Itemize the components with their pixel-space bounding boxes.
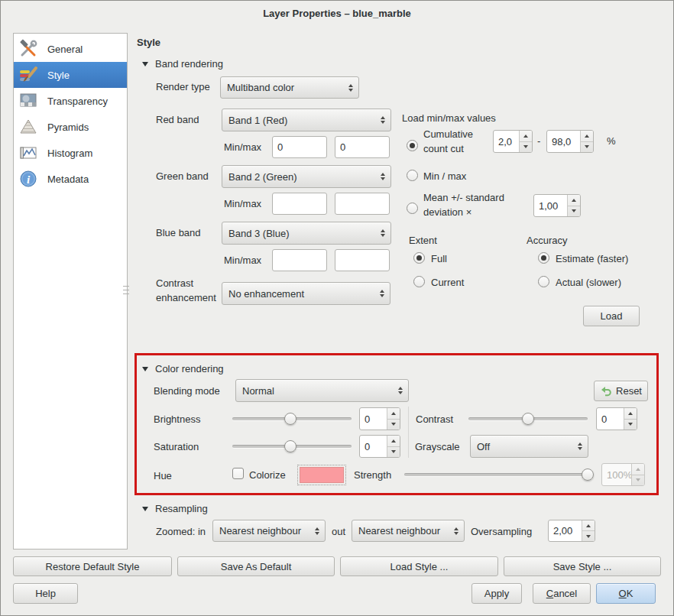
button-label: Save Style ... bbox=[553, 561, 612, 572]
spin-buttons[interactable] bbox=[582, 520, 595, 541]
cumulative-min-input[interactable] bbox=[494, 131, 519, 152]
band-rendering-section-header[interactable]: Band rendering bbox=[142, 58, 223, 70]
resampling-section-header[interactable]: Resampling bbox=[142, 503, 208, 514]
sidebar-item-label: Pyramids bbox=[47, 122, 89, 133]
spin-buttons[interactable] bbox=[580, 131, 593, 152]
cumulative-max-input[interactable] bbox=[547, 131, 580, 152]
render-type-select[interactable]: Multiband color bbox=[220, 76, 359, 99]
spin-buttons[interactable] bbox=[519, 131, 532, 152]
saturation-spin bbox=[359, 435, 400, 458]
saturation-slider[interactable] bbox=[232, 440, 352, 452]
red-min-input[interactable] bbox=[272, 136, 327, 158]
spin-down-icon[interactable] bbox=[387, 446, 400, 458]
mean-stddev-label[interactable]: Mean +/- standard deviation × bbox=[423, 190, 532, 219]
saturation-input[interactable] bbox=[360, 436, 387, 457]
slider-handle[interactable] bbox=[284, 440, 296, 452]
cumulative-radio[interactable] bbox=[407, 140, 418, 151]
spin-buttons[interactable] bbox=[631, 464, 644, 485]
blue-min-input[interactable] bbox=[272, 249, 327, 271]
load-button-label: Load bbox=[601, 310, 623, 322]
spin-up-icon[interactable] bbox=[632, 464, 644, 475]
spin-down-icon[interactable] bbox=[387, 419, 400, 430]
minmax-radio[interactable] bbox=[407, 170, 418, 181]
slider-handle[interactable] bbox=[582, 468, 594, 481]
spin-down-icon[interactable] bbox=[582, 530, 595, 541]
blending-mode-select[interactable]: Normal bbox=[235, 379, 409, 402]
spin-buttons[interactable] bbox=[387, 408, 400, 430]
restore-default-style-button[interactable]: Restore Default Style bbox=[13, 556, 172, 576]
apply-button[interactable]: Apply bbox=[471, 583, 522, 604]
mean-stddev-radio[interactable] bbox=[407, 203, 418, 214]
colorize-checkbox[interactable] bbox=[232, 468, 244, 479]
spin-buttons[interactable] bbox=[387, 436, 400, 457]
blue-max-input[interactable] bbox=[335, 249, 390, 271]
oversampling-input[interactable] bbox=[549, 520, 582, 541]
spin-up-icon[interactable] bbox=[520, 131, 532, 141]
section-label: Band rendering bbox=[155, 58, 223, 70]
slider-handle[interactable] bbox=[522, 413, 534, 425]
mean-stddev-input[interactable] bbox=[534, 195, 567, 216]
green-min-input[interactable] bbox=[272, 193, 327, 215]
green-band-select[interactable]: Band 2 (Green) bbox=[222, 165, 391, 188]
accuracy-actual-label[interactable]: Actual (slower) bbox=[556, 277, 621, 288]
load-style-button[interactable]: Load Style ... bbox=[340, 556, 498, 576]
spin-buttons[interactable] bbox=[624, 408, 637, 430]
contrast-enhancement-select[interactable]: No enhancement bbox=[222, 282, 390, 305]
cancel-button[interactable]: Cancel bbox=[533, 583, 591, 604]
zoomed-in-select[interactable]: Nearest neighbour bbox=[212, 520, 326, 542]
hue-color-swatch[interactable] bbox=[300, 467, 344, 483]
spin-up-icon[interactable] bbox=[624, 408, 637, 419]
contrast-slider[interactable] bbox=[468, 413, 588, 425]
spin-up-icon[interactable] bbox=[387, 436, 400, 446]
spin-down-icon[interactable] bbox=[624, 419, 637, 430]
accuracy-estimate-label[interactable]: Estimate (faster) bbox=[556, 253, 628, 264]
minmax-option-label[interactable]: Min / max bbox=[423, 170, 466, 182]
green-band-label: Green band bbox=[156, 170, 209, 182]
brightness-slider[interactable] bbox=[232, 413, 352, 425]
spin-up-icon[interactable] bbox=[581, 131, 593, 141]
help-button[interactable]: Help bbox=[13, 583, 78, 604]
strength-input[interactable] bbox=[602, 464, 631, 485]
extent-current-radio[interactable] bbox=[413, 276, 425, 287]
cumulative-label[interactable]: Cumulative count cut bbox=[423, 127, 491, 156]
sidebar-item-general[interactable]: General bbox=[14, 36, 127, 62]
spin-down-icon[interactable] bbox=[632, 475, 644, 486]
slider-handle[interactable] bbox=[284, 413, 296, 425]
strength-slider[interactable] bbox=[404, 468, 593, 481]
splitter-handle[interactable] bbox=[123, 286, 129, 294]
sidebar-item-histogram[interactable]: Histogram bbox=[14, 140, 127, 166]
color-rendering-section-header[interactable]: Color rendering bbox=[142, 363, 224, 374]
spin-down-icon[interactable] bbox=[568, 206, 580, 217]
spin-up-icon[interactable] bbox=[568, 195, 580, 206]
save-as-default-button[interactable]: Save As Default bbox=[177, 556, 335, 576]
red-band-value: Band 1 (Red) bbox=[228, 115, 376, 126]
green-max-input[interactable] bbox=[335, 193, 390, 215]
red-max-input[interactable] bbox=[335, 136, 390, 158]
accuracy-actual-radio[interactable] bbox=[538, 276, 549, 287]
save-style-button[interactable]: Save Style ... bbox=[504, 556, 661, 576]
sidebar-item-pyramids[interactable]: Pyramids bbox=[14, 114, 127, 140]
extent-full-label[interactable]: Full bbox=[431, 253, 447, 264]
sidebar-item-metadata[interactable]: i Metadata bbox=[14, 166, 127, 192]
accuracy-estimate-radio[interactable] bbox=[538, 252, 549, 264]
ok-button[interactable]: OK bbox=[596, 583, 656, 604]
grayscale-select[interactable]: Off bbox=[470, 435, 588, 458]
spin-down-icon[interactable] bbox=[581, 141, 593, 153]
contrast-input[interactable] bbox=[597, 408, 624, 430]
zoomed-out-select[interactable]: Nearest neighbour bbox=[352, 520, 465, 542]
sidebar-item-style[interactable]: Style bbox=[14, 62, 127, 88]
spin-up-icon[interactable] bbox=[582, 520, 595, 530]
blue-band-select[interactable]: Band 3 (Blue) bbox=[222, 222, 391, 245]
red-band-select[interactable]: Band 1 (Red) bbox=[222, 109, 391, 131]
sidebar-item-transparency[interactable]: Transparency bbox=[14, 88, 127, 114]
reset-button[interactable]: Reset bbox=[594, 381, 648, 401]
brightness-input[interactable] bbox=[360, 408, 387, 430]
blending-mode-value: Normal bbox=[242, 385, 394, 397]
load-button[interactable]: Load bbox=[583, 306, 640, 326]
colorize-label[interactable]: Colorize bbox=[249, 469, 286, 481]
extent-current-label[interactable]: Current bbox=[431, 277, 464, 288]
spin-down-icon[interactable] bbox=[520, 141, 532, 153]
extent-full-radio[interactable] bbox=[413, 252, 425, 264]
spin-buttons[interactable] bbox=[567, 195, 580, 216]
spin-up-icon[interactable] bbox=[387, 408, 400, 419]
